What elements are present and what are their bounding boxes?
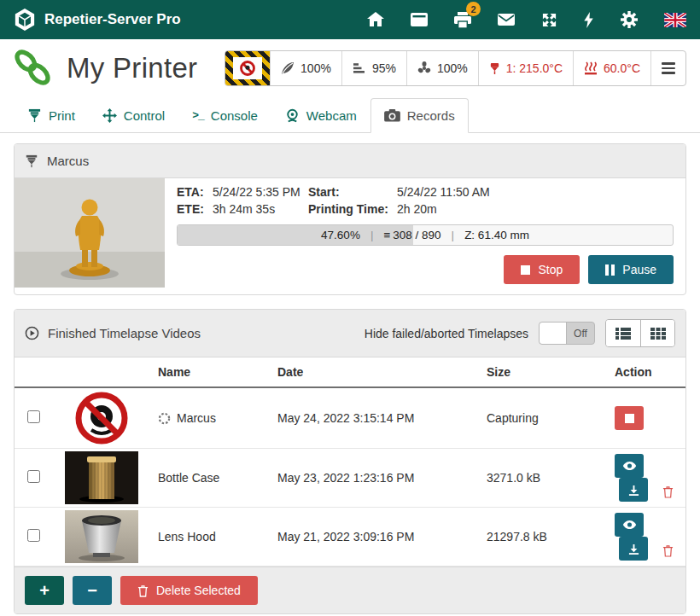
delete-selected-label: Delete Selected (156, 584, 241, 597)
webcam-icon (285, 108, 300, 123)
trash-icon (137, 584, 149, 597)
fullscreen-icon[interactable] (541, 9, 557, 30)
toggle-knob (540, 323, 567, 344)
home-icon[interactable] (367, 9, 384, 30)
hide-failed-toggle[interactable]: Off (539, 322, 595, 345)
video-date: May 24, 2022 3:15:14 PM (271, 387, 480, 449)
timelapse-table: Name Date Size Action (15, 357, 685, 567)
extruder-temp-status[interactable]: 1: 215.0°C (478, 51, 573, 85)
video-name: Lens Hood (151, 508, 271, 567)
power-icon[interactable] (584, 9, 594, 30)
view-mode-group (605, 319, 675, 347)
top-navbar: Repetier-Server Pro 2 (0, 0, 700, 39)
download-video-button[interactable] (619, 537, 648, 561)
tab-control[interactable]: Control (89, 98, 178, 133)
settings-gear-icon[interactable] (621, 9, 638, 30)
job-actions: Stop Pause (177, 255, 674, 284)
print-progress-bar: 47.60% | ≡ 308 / 890 | Z: 61.40 mm (177, 224, 674, 246)
video-thumbnail[interactable] (65, 451, 138, 504)
webcam-hazard-frame (225, 51, 270, 85)
row-checkbox[interactable] (27, 529, 40, 542)
separator: | (452, 229, 455, 241)
z-height: Z: 61.40 mm (464, 229, 529, 241)
video-size: 3271.0 kB (480, 449, 608, 508)
grid-view-button[interactable] (640, 320, 674, 346)
move-arrows-icon (102, 108, 117, 123)
tab-print-label: Print (49, 108, 75, 123)
delete-video-button[interactable] (662, 485, 674, 498)
start-value: 5/24/22 11:50 AM (397, 185, 674, 199)
tab-records-label: Records (407, 108, 455, 123)
table-row: Bottle Case May 23, 2022 1:23:16 PM 3271… (15, 449, 685, 508)
video-date: May 23, 2022 1:23:16 PM (271, 449, 480, 508)
tab-webcam[interactable]: Webcam (271, 98, 370, 133)
deselect-all-button[interactable]: − (73, 576, 112, 605)
printing-time-value: 2h 20m (397, 202, 674, 216)
row-checkbox[interactable] (27, 410, 40, 423)
messages-icon[interactable] (498, 9, 515, 30)
eye-icon (622, 461, 637, 471)
pause-icon (605, 264, 615, 276)
progress-text: 47.60% | ≡ 308 / 890 | Z: 61.40 mm (178, 225, 673, 245)
frontend-icon[interactable] (411, 9, 428, 30)
page-title: My Printer (67, 52, 197, 84)
printer-menu-button[interactable] (650, 51, 685, 85)
name-column-header: Name (151, 357, 271, 387)
no-webcam-icon (74, 391, 129, 445)
fan-status[interactable]: 100% (406, 51, 478, 85)
flow-status[interactable]: 95% (341, 51, 406, 85)
printer-header: My Printer 100% (0, 39, 700, 98)
fan-icon (417, 61, 431, 75)
view-video-button[interactable] (615, 454, 644, 478)
stop-icon (521, 265, 530, 275)
row-checkbox[interactable] (27, 470, 40, 483)
video-thumbnail[interactable] (65, 510, 138, 563)
no-webcam-mini-icon (233, 57, 262, 79)
camera-icon (384, 109, 400, 122)
stop-capture-button[interactable] (615, 406, 644, 430)
extruder-icon (489, 62, 500, 75)
speed-value: 100% (300, 61, 331, 75)
speed-icon (281, 61, 295, 75)
timelapse-panel-header: Finished Timelapse Videos Hide failed/ab… (15, 310, 685, 357)
hamburger-icon (662, 62, 675, 74)
current-print-panel: Marcus ETA: 5/24/22 5:35 PM Start: (14, 143, 686, 295)
table-row: Marcus May 24, 2022 3:15:14 PM Capturing (15, 387, 685, 449)
printer-chain-logo-icon (14, 49, 53, 88)
delete-video-button[interactable] (662, 544, 674, 557)
bed-temp-status[interactable]: 60.0°C (573, 51, 650, 85)
list-view-button[interactable] (606, 320, 640, 346)
tab-print[interactable]: Print (14, 98, 89, 133)
stop-button[interactable]: Stop (504, 255, 580, 284)
ete-label: ETE: (177, 202, 213, 216)
printers-icon[interactable]: 2 (454, 9, 471, 30)
printer-status-bar: 100% 95% 100% (225, 50, 686, 86)
brand-title: Repetier-Server Pro (44, 11, 181, 28)
heated-bed-icon (584, 61, 598, 75)
webcam-preview[interactable] (225, 51, 270, 85)
delete-selected-button[interactable]: Delete Selected (120, 576, 258, 605)
pause-button[interactable]: Pause (588, 255, 674, 284)
view-video-button[interactable] (615, 513, 644, 537)
spinner-icon (158, 412, 171, 425)
play-circle-icon (25, 326, 39, 340)
speed-status[interactable]: 100% (270, 51, 341, 85)
job-info: ETA: 5/24/22 5:35 PM Start: 5/24/22 11:5… (165, 178, 685, 294)
notifications-badge: 2 (466, 2, 481, 16)
brand[interactable]: Repetier-Server Pro (14, 8, 181, 32)
tab-control-label: Control (124, 108, 165, 123)
flow-value: 95% (372, 61, 396, 75)
timelapse-title: Finished Timelapse Videos (48, 326, 201, 340)
bed-temp-value: 60.0°C (604, 61, 640, 75)
select-column-header (15, 357, 52, 387)
download-video-button[interactable] (619, 478, 648, 502)
language-flag-icon[interactable] (664, 9, 686, 30)
select-all-button[interactable]: + (25, 576, 64, 605)
terminal-icon: >_ (192, 109, 204, 122)
layers-icon: ≡ (383, 229, 390, 241)
grid-view-icon (650, 328, 666, 340)
tab-records[interactable]: Records (370, 98, 469, 133)
pause-label: Pause (622, 263, 656, 276)
video-date: May 21, 2022 3:09:16 PM (271, 508, 480, 567)
tab-console[interactable]: >_ Console (178, 98, 271, 133)
